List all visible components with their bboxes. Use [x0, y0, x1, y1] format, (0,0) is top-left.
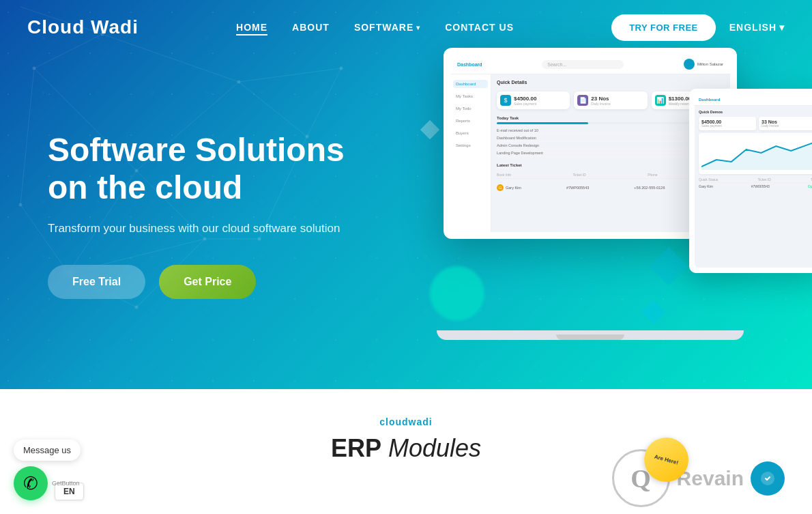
deco-diamond [420, 120, 439, 139]
sidebar-dashboard: Dashboard [453, 80, 488, 88]
hero-buttons: Free Trial Get Price [48, 265, 345, 299]
deco-diamond-2 [641, 300, 665, 324]
cloudwadi-tag: cloudwadi [379, 416, 432, 427]
svg-point-17 [33, 67, 36, 70]
sidebar-reports: Reports [453, 117, 488, 125]
nav-links: HOME ABOUT SOFTWARE ▾ CONTACT US [236, 21, 514, 33]
sidebar-settings: Settings [453, 141, 488, 149]
card-sales: $ $4500.00 Sales payment [497, 91, 570, 109]
hero-subtitle: Transform your business with our cloud s… [48, 220, 345, 238]
hero-section: Cloud Wadi HOME ABOUT SOFTWARE ▾ CONTACT… [0, 0, 812, 389]
hero-content: Software Solutions on the cloud Transfor… [0, 90, 345, 299]
laptop-notch [556, 334, 624, 340]
nav-home[interactable]: HOME [236, 22, 267, 35]
message-bubble: Message us [14, 440, 81, 461]
hero-visual: Dashboard Search... Milton Salazar Dashb… [430, 41, 812, 334]
site-logo: Cloud Wadi [27, 16, 139, 38]
card-icon-dollar: $ [500, 95, 511, 106]
free-trial-button[interactable]: Free Trial [48, 265, 145, 299]
quick-details-label: Quick Details [497, 80, 725, 85]
svg-point-22 [237, 81, 241, 84]
language-selector[interactable]: ENGLISH ▾ [729, 22, 785, 33]
svg-point-27 [340, 67, 343, 70]
sidebar-buyers: Buyers [453, 129, 488, 137]
nav-software[interactable]: SOFTWARE ▾ [354, 22, 420, 33]
navbar: Cloud Wadi HOME ABOUT SOFTWARE ▾ CONTACT… [0, 0, 812, 55]
try-free-button[interactable]: TRY FOR FREE [611, 14, 716, 41]
whatsapp-button[interactable]: ✆ [14, 466, 48, 500]
get-price-button[interactable]: Get Price [159, 265, 256, 299]
card-invoice: 📄 23 Nos Daily Invoice [574, 91, 647, 109]
sidebar-tasks: My Tasks [453, 92, 488, 100]
chevron-down-icon: ▾ [416, 24, 420, 31]
tablet-mockup: Dashboard Quick Demos $4500.00 Sales pay… [689, 89, 812, 273]
erp-modules-title: ERP Modules [331, 434, 481, 463]
revain-icon-circle [751, 461, 785, 496]
card-icon-chart: 📊 [655, 95, 666, 106]
revain-widget: Q Are Here! Revain [612, 449, 785, 507]
whatsapp-icon: ✆ [23, 473, 38, 494]
nav-contact[interactable]: CONTACT US [445, 22, 514, 33]
search-bar-mock: Search... [542, 60, 624, 69]
hero-title: Software Solutions on the cloud [48, 131, 345, 206]
whatsapp-float: Message us ✆ GetButton [14, 440, 81, 500]
deco-teal-blob [430, 266, 484, 321]
bottom-section: cloudwadi ERP Modules Q Are Here! Revain [0, 389, 812, 514]
nav-right: TRY FOR FREE ENGLISH ▾ [611, 14, 785, 41]
chevron-down-icon: ▾ [779, 22, 785, 33]
nav-about[interactable]: ABOUT [292, 22, 330, 33]
getbutton-label: GetButton [52, 480, 80, 487]
sidebar-todo: My Todo [453, 104, 488, 113]
revain-logo-circle: Q Are Here! [612, 449, 670, 507]
deco-diamond-1 [650, 247, 688, 286]
svg-line-16 [239, 68, 341, 82]
svg-point-25 [135, 306, 139, 309]
card-icon-invoice: 📄 [577, 95, 588, 106]
revain-text: Revain [677, 467, 744, 490]
laptop-base [437, 330, 744, 340]
